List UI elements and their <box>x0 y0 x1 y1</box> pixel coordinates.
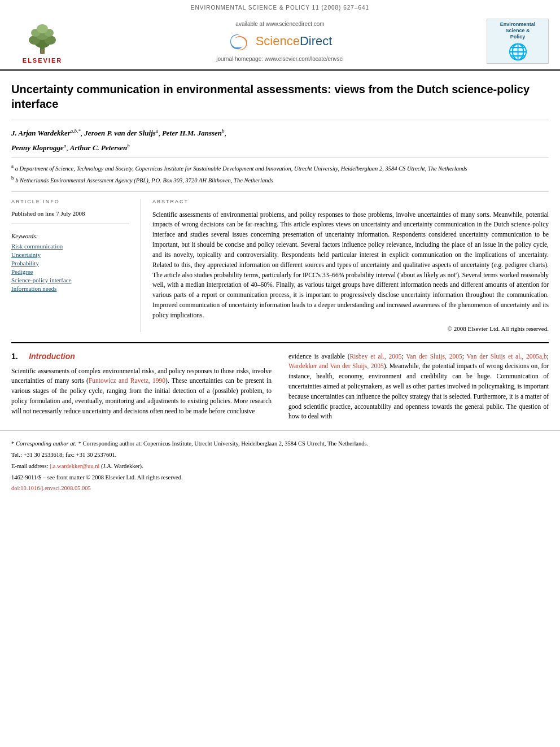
page-wrapper: ENVIRONMENTAL SCIENCE & POLICY 11 (2008)… <box>0 0 560 747</box>
sup-a: a <box>11 163 14 169</box>
elsevier-tree-icon <box>20 24 65 55</box>
corresponding-address: * Corresponding author at: Copernicus In… <box>78 440 369 447</box>
affiliation-b-text: b Netherlands Environmental Assessment A… <box>15 177 273 184</box>
authors-line: J. Arjan Wardekkera,b,*, Jeroen P. van d… <box>11 127 549 139</box>
keyword-pedigree[interactable]: Pedigree <box>11 268 129 275</box>
abstract-header: ABSTRACT <box>152 199 549 204</box>
abstract-text: Scientific assessments of environmental … <box>152 210 549 321</box>
affiliation-a: a a Department of Science, Technology an… <box>11 163 549 173</box>
body-left-text: Scientific assessments of complex enviro… <box>11 366 272 417</box>
keyword-risk-communication[interactable]: Risk communication <box>11 243 129 250</box>
elsevier-logo: ELSEVIER <box>11 19 73 64</box>
author-petersen: Arthur C. Petersen <box>70 143 128 152</box>
email-link[interactable]: j.a.wardekker@uu.nl <box>50 463 99 469</box>
center-logo: available at www.sciencedirect.com Scien… <box>73 21 487 62</box>
published-line: Published on line 7 July 2008 <box>11 210 129 224</box>
journal-header: ENVIRONMENTAL SCIENCE & POLICY 11 (2008)… <box>0 0 560 13</box>
author-wardekker: J. Arjan Wardekker <box>11 129 71 137</box>
corresponding-author-note: * Corresponding author at: * Correspondi… <box>11 439 549 448</box>
tel-fax-note: Tel.: +31 30 2533618; fax: +31 30 253760… <box>11 451 549 460</box>
body-right-text: evidence is available (Risbey et al., 20… <box>288 352 549 422</box>
abstract-col: ABSTRACT Scientific assessments of envir… <box>141 199 549 332</box>
email-note: E-mail address: j.a.wardekker@uu.nl (J.A… <box>11 462 549 471</box>
sup-sluijs: a <box>156 128 159 134</box>
sup-petersen: b <box>127 143 130 148</box>
body-section: 1. Introduction Scientific assessments o… <box>0 343 560 422</box>
keyword-probability[interactable]: Probability <box>11 260 129 267</box>
doi-note: doi:10.1016/j.envsci.2008.05.005 <box>11 484 549 493</box>
article-info-col: ARTICLE INFO Published on line 7 July 20… <box>11 199 141 332</box>
corresponding-label: Corresponding author at: <box>16 440 77 447</box>
keyword-science-policy[interactable]: Science-policy interface <box>11 277 129 283</box>
science-text: Science <box>256 34 300 48</box>
info-abstract-section: ARTICLE INFO Published on line 7 July 20… <box>11 191 549 332</box>
logo-banner: ELSEVIER available at www.sciencedirect.… <box>0 13 560 71</box>
authors-section: J. Arjan Wardekkera,b,*, Jeroen P. van d… <box>11 120 549 191</box>
journal-homepage: journal homepage: www.elsevier.com/locat… <box>73 56 487 62</box>
author-janssen: Peter H.M. Janssen <box>162 129 222 137</box>
sup-wardekker: a,b,* <box>71 128 81 134</box>
svg-rect-8 <box>41 49 43 54</box>
keyword-uncertainty[interactable]: Uncertainty <box>11 251 129 258</box>
ref-risbey[interactable]: Risbey et al., 2005 <box>350 353 402 360</box>
issn-note: 1462-9011/$ – see front matter © 2008 El… <box>11 473 549 482</box>
globe-icon: 🌐 <box>508 42 528 61</box>
sciencedirect-text: ScienceDirect <box>256 34 333 49</box>
doi-link[interactable]: doi:10.1016/j.envsci.2008.05.005 <box>11 485 91 491</box>
email-label: E-mail address: <box>11 463 49 469</box>
keyword-information-needs[interactable]: Information needs <box>11 285 129 292</box>
article-content: Uncertainty communication in environment… <box>0 71 560 343</box>
direct-text: Direct <box>300 34 332 48</box>
section-1-num: 1. <box>11 352 18 361</box>
ref-funtowicz[interactable]: Funtowicz and Ravetz, 1990 <box>89 377 165 384</box>
journal-title: ENVIRONMENTAL SCIENCE & POLICY 11 (2008)… <box>191 5 369 11</box>
sup-kloprogge: a <box>64 143 67 148</box>
article-footer: * Corresponding author at: * Correspondi… <box>0 430 560 493</box>
authors-line-2: Penny Kloproggea, Arthur C. Petersenb <box>11 142 549 154</box>
ref-wardekker-sluijs[interactable]: Wardekker and Van der Sluijs, 2005 <box>288 362 384 369</box>
keywords-label: Keywords: <box>11 233 129 239</box>
sup-b: b <box>11 175 14 181</box>
svg-point-7 <box>37 24 48 33</box>
email-person: (J.A. Wardekker). <box>101 463 143 469</box>
title-section: Uncertainty communication in environment… <box>11 71 549 120</box>
article-title: Uncertainty communication in environment… <box>11 82 549 111</box>
body-left-col: 1. Introduction Scientific assessments o… <box>11 352 272 422</box>
section-1-heading: 1. Introduction <box>11 352 272 361</box>
author-sluijs: Jeroen P. van der Sluijs <box>84 129 156 137</box>
keywords-list: Risk communication Uncertainty Probabili… <box>11 243 129 292</box>
elsevier-brand-text: ELSEVIER <box>23 57 62 64</box>
badge-title: Environmental Science & Policy <box>500 21 536 40</box>
sciencedirect-logo: ScienceDirect <box>73 32 487 51</box>
copyright-line: © 2008 Elsevier Ltd. All rights reserved… <box>152 325 549 332</box>
sup-janssen: b <box>222 128 225 134</box>
affiliation-a-text: a Department of Science, Technology and … <box>15 165 467 172</box>
ref-sluijs-2005ab[interactable]: Van der Sluijs et al., 2005a,b <box>467 353 547 360</box>
affiliation-b: b b Netherlands Environmental Assessment… <box>11 174 549 185</box>
available-text: available at www.sciencedirect.com <box>73 21 487 27</box>
sciencedirect-icon <box>228 32 253 51</box>
affiliations: a a Department of Science, Technology an… <box>11 158 549 185</box>
section-1-title: Introduction <box>29 352 75 361</box>
journal-badge: Environmental Science & Policy 🌐 <box>487 19 549 64</box>
body-right-col: evidence is available (Risbey et al., 20… <box>288 352 549 422</box>
ref-sluijs-2005[interactable]: Van der Sluijs, 2005 <box>406 353 462 360</box>
author-kloprogge: Penny Kloprogge <box>11 143 64 152</box>
article-info-header: ARTICLE INFO <box>11 199 129 204</box>
